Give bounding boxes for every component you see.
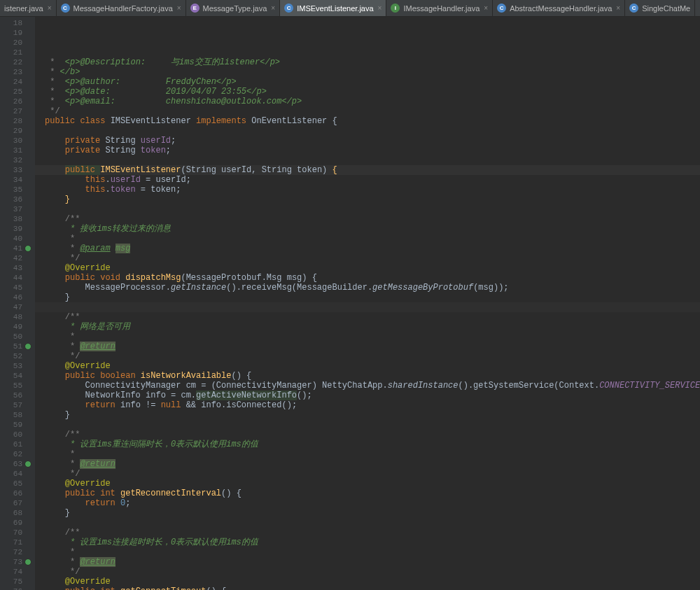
close-icon[interactable]: ×: [484, 4, 488, 12]
line-numbers: 18 19 20 21 22 23 24 25 26 27 28 29 30 3…: [0, 18, 22, 590]
close-icon[interactable]: ×: [177, 4, 181, 12]
tab-singlechatme[interactable]: CSingleChatMe: [625, 0, 695, 16]
tab-imessagehandler-java[interactable]: IIMessageHandler.java×: [386, 0, 493, 16]
close-icon[interactable]: ×: [271, 4, 275, 12]
override-gutter-icon[interactable]: [24, 461, 31, 468]
editor-tabs: istener.java×CMessageHandlerFactory.java…: [0, 0, 700, 17]
override-gutter-icon[interactable]: [24, 343, 31, 350]
tab-istener-java[interactable]: istener.java×: [0, 0, 57, 16]
close-icon[interactable]: ×: [378, 4, 382, 12]
gutter: 18 19 20 21 22 23 24 25 26 27 28 29 30 3…: [0, 17, 35, 590]
file-type-icon: C: [497, 3, 506, 13]
file-type-icon: C: [284, 3, 293, 13]
editor: 18 19 20 21 22 23 24 25 26 27 28 29 30 3…: [0, 17, 700, 590]
tab-messagetype-java[interactable]: EMessageType.java×: [186, 0, 281, 16]
tab-label: AbstractMessageHandler.java: [510, 4, 612, 13]
file-type-icon: E: [190, 3, 200, 13]
tab-label: SingleChatMe: [642, 4, 690, 13]
code-area[interactable]: * <p>@Description: 与ims交互的listener</p> *…: [35, 17, 700, 590]
file-type-icon: C: [629, 3, 638, 13]
override-gutter-icon[interactable]: [24, 245, 31, 252]
tab-label: istener.java: [4, 4, 43, 13]
tab-imseventlistener-java[interactable]: CIMSEventListener.java×: [280, 0, 386, 16]
override-gutter-icon[interactable]: [24, 559, 31, 566]
tab-label: IMessageHandler.java: [403, 4, 479, 13]
tab-messagehandlerfactory-java[interactable]: CMessageHandlerFactory.java×: [57, 0, 186, 16]
file-type-icon: I: [391, 3, 400, 13]
tab-abstractmessagehandler-java[interactable]: CAbstractMessageHandler.java×: [493, 0, 625, 16]
tab-label: IMSEventListener.java: [297, 4, 373, 13]
tab-label: MessageHandlerFactory.java: [74, 4, 173, 13]
close-icon[interactable]: ×: [616, 4, 620, 12]
file-type-icon: C: [61, 3, 70, 13]
tab-label: MessageType.java: [203, 4, 267, 13]
close-icon[interactable]: ×: [48, 4, 52, 12]
